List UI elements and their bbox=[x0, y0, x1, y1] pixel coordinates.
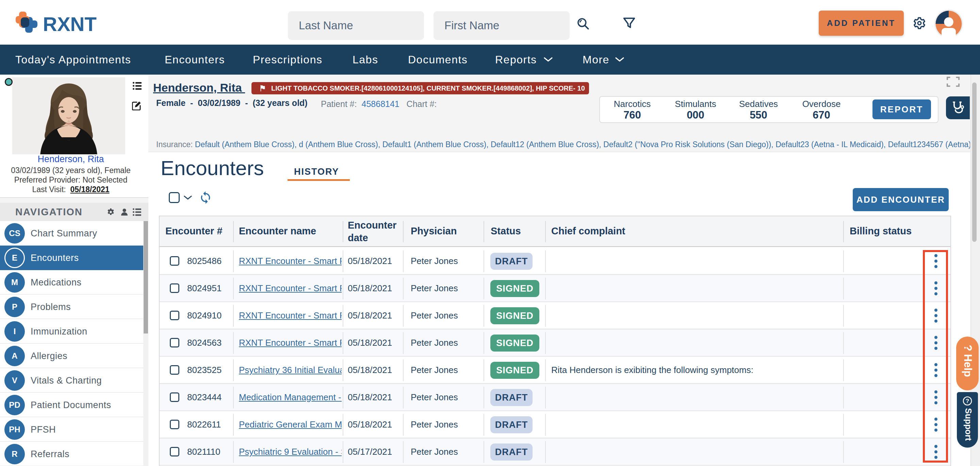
svg-text:?: ? bbox=[966, 398, 969, 404]
svg-text:RXNT: RXNT bbox=[43, 13, 97, 33]
